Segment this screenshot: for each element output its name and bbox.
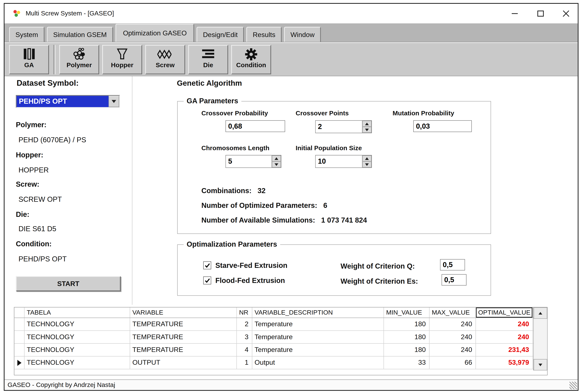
table-cell[interactable]: TECHNOLOGY xyxy=(24,344,130,356)
table-cell[interactable]: TEMPERATURE xyxy=(130,331,237,343)
table-row[interactable]: TECHNOLOGY TEMPERATURE 3 Temperature 180… xyxy=(14,331,547,344)
initial-population-size-input[interactable] xyxy=(316,156,362,168)
tab-design-edit[interactable]: Design/Edit xyxy=(196,27,244,42)
chromosomes-length-input[interactable] xyxy=(226,156,272,168)
condition-toolbar-button[interactable]: Condition xyxy=(231,45,271,74)
tab-results[interactable]: Results xyxy=(246,27,282,42)
table-cell[interactable]: Temperature xyxy=(252,331,384,343)
column-header-tabela[interactable]: TABELA xyxy=(24,308,130,318)
grid-header-row: TABELA VARIABLE NR VARIABLE_DESCRIPTION … xyxy=(14,308,547,318)
table-cell[interactable]: Temperature xyxy=(252,318,384,330)
title-bar: Multi Screw System - [GASEO] xyxy=(4,4,578,23)
status-bar: GASEO - Copyright by Andrzej Nastaj xyxy=(4,380,578,390)
ga-parameters-group-title: GA Parameters xyxy=(184,97,241,105)
table-cell[interactable]: 33 xyxy=(384,356,429,369)
weight-criterion-es-input[interactable] xyxy=(442,274,467,286)
table-cell[interactable]: 1 xyxy=(237,356,252,369)
table-cell[interactable]: Temperature xyxy=(252,344,384,356)
row-selector[interactable] xyxy=(14,331,24,343)
polymer-label: Polymer: xyxy=(16,121,46,129)
table-cell[interactable]: OUTPUT xyxy=(130,356,237,369)
column-header-variable[interactable]: VARIABLE xyxy=(130,308,237,318)
table-cell[interactable]: 3 xyxy=(237,331,252,343)
table-cell[interactable]: TEMPERATURE xyxy=(130,318,237,330)
minimize-button[interactable] xyxy=(511,9,519,18)
table-cell-optimal[interactable]: 240 xyxy=(476,331,533,343)
table-cell[interactable]: 240 xyxy=(429,344,476,356)
tab-window[interactable]: Window xyxy=(284,27,321,42)
application: Multi Screw System - [GASEO] System Simu… xyxy=(0,0,583,392)
maximize-icon xyxy=(537,10,544,17)
scroll-down-button[interactable] xyxy=(534,359,547,370)
combinations-stat: Combinations:32 xyxy=(201,187,265,195)
table-cell[interactable]: 180 xyxy=(384,344,429,356)
vertical-scrollbar[interactable] xyxy=(533,308,547,370)
table-cell[interactable]: 240 xyxy=(429,331,476,343)
spinner-up-button[interactable] xyxy=(272,156,281,162)
spinner-down-button[interactable] xyxy=(362,127,371,133)
combinations-value: 32 xyxy=(258,187,265,194)
app-window: Multi Screw System - [GASEO] System Simu… xyxy=(4,3,579,391)
polymer-toolbar-button[interactable]: Polymer xyxy=(59,45,99,74)
available-simulations-stat: Number of Available Simulations:1 073 74… xyxy=(201,216,367,224)
crossover-probability-input[interactable] xyxy=(226,120,285,132)
table-cell[interactable]: 4 xyxy=(237,344,252,356)
table-cell[interactable]: TECHNOLOGY xyxy=(24,356,130,369)
ga-toolbar-button[interactable]: GA xyxy=(9,45,49,74)
row-selector-current[interactable] xyxy=(14,356,24,369)
table-cell[interactable]: 240 xyxy=(429,318,476,330)
optimalization-parameters-group: Optimalization Parameters Starve-Fed Ext… xyxy=(177,244,491,296)
table-cell[interactable]: Output xyxy=(252,356,384,369)
table-row[interactable]: TECHNOLOGY TEMPERATURE 4 Temperature 180… xyxy=(14,344,547,356)
hopper-toolbar-button[interactable]: Hopper xyxy=(102,45,142,74)
arrow-down-icon xyxy=(365,128,369,131)
table-cell-optimal[interactable]: 53,979 xyxy=(476,356,533,369)
mutation-probability-input[interactable] xyxy=(413,120,472,132)
flood-fed-extrusion-checkbox[interactable] xyxy=(203,276,211,284)
resize-grip[interactable] xyxy=(569,382,577,389)
row-selector[interactable] xyxy=(14,318,24,330)
screw-toolbar-button[interactable]: Screw xyxy=(145,45,185,74)
table-row-selected[interactable]: TECHNOLOGY OUTPUT 1 Output 33 66 53,979 xyxy=(14,356,547,369)
table-row[interactable]: TECHNOLOGY TEMPERATURE 2 Temperature 180… xyxy=(14,318,547,331)
column-header-min-value[interactable]: MIN_VALUE xyxy=(384,308,429,318)
table-cell[interactable]: TECHNOLOGY xyxy=(24,318,130,330)
optimized-parameters-stat: Number of Optimized Parameters:6 xyxy=(201,202,327,210)
chevron-down-icon xyxy=(111,100,116,103)
table-cell[interactable]: TEMPERATURE xyxy=(130,344,237,356)
optimalization-parameters-group-title: Optimalization Parameters xyxy=(184,240,280,248)
available-simulations-value: 1 073 741 824 xyxy=(321,216,367,224)
table-cell[interactable]: TECHNOLOGY xyxy=(24,331,130,343)
ga-icon xyxy=(21,48,37,61)
column-header-nr[interactable]: NR xyxy=(237,308,252,318)
tab-simulation-gsem[interactable]: Simulation GSEM xyxy=(47,27,113,42)
combobox-dropdown-button[interactable] xyxy=(109,96,119,107)
tab-system[interactable]: System xyxy=(9,27,44,42)
die-toolbar-button[interactable]: Die xyxy=(188,45,228,74)
column-header-optimal-value[interactable]: OPTIMAL_VALUE xyxy=(476,308,533,318)
row-selector[interactable] xyxy=(14,344,24,356)
table-cell-optimal[interactable]: 231,43 xyxy=(476,344,533,356)
table-cell[interactable]: 66 xyxy=(429,356,476,369)
ga-parameters-group: GA Parameters Crossover Probability Cros… xyxy=(177,101,491,234)
tab-optimization-gaseo[interactable]: Optimization GASEO xyxy=(115,24,194,42)
dataset-symbol-combobox[interactable]: PEHD/PS OPT xyxy=(16,95,120,108)
spinner-down-button[interactable] xyxy=(272,162,281,168)
table-cell[interactable]: 2 xyxy=(237,318,252,330)
column-header-max-value[interactable]: MAX_VALUE xyxy=(429,308,476,318)
maximize-button[interactable] xyxy=(536,9,545,18)
crossover-points-input[interactable] xyxy=(316,121,362,133)
table-cell-optimal[interactable]: 240 xyxy=(476,318,533,330)
scroll-up-button[interactable] xyxy=(534,308,547,319)
spinner-up-button[interactable] xyxy=(362,121,371,127)
start-button[interactable]: START xyxy=(16,276,121,291)
spinner-down-button[interactable] xyxy=(362,162,371,168)
weight-criterion-q-input[interactable] xyxy=(440,259,465,270)
spinner-up-button[interactable] xyxy=(362,156,371,162)
starve-fed-extrusion-checkbox[interactable] xyxy=(203,262,211,269)
column-header-variable-description[interactable]: VARIABLE_DESCRIPTION xyxy=(252,308,384,318)
close-button[interactable] xyxy=(562,9,570,18)
table-cell[interactable]: 180 xyxy=(384,318,429,330)
screw-button-label: Screw xyxy=(156,61,175,69)
table-cell[interactable]: 180 xyxy=(384,331,429,343)
